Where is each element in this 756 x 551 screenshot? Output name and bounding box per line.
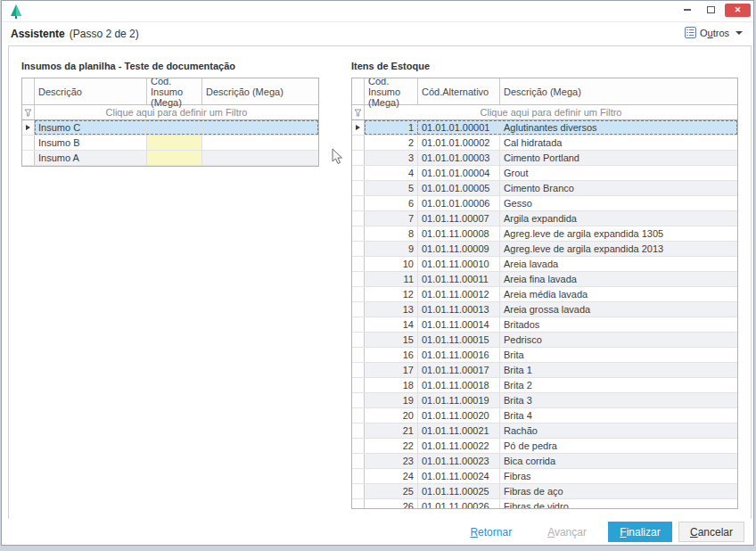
row-selector-cell[interactable] xyxy=(352,469,365,483)
right-grid-filter-row[interactable]: Clique aqui para definir um Filtro xyxy=(352,105,737,120)
cell-cod-alternativo[interactable]: 01.01.11.00018 xyxy=(418,378,500,392)
column-header-cod-insumo-mega[interactable]: Cód. Insumo (Mega) xyxy=(365,78,418,104)
cell-cod-alternativo[interactable]: 01.01.11.00023 xyxy=(418,454,500,468)
table-row[interactable]: 1801.01.11.00018Brita 2 xyxy=(352,378,737,393)
cell-cod-alternativo[interactable]: 01.01.11.00013 xyxy=(418,302,500,317)
table-row[interactable]: 2101.01.11.00021Rachão xyxy=(352,424,737,439)
table-row[interactable]: Insumo B xyxy=(22,136,318,151)
row-indicator-cell[interactable] xyxy=(352,120,365,135)
cell-cod-alternativo[interactable]: 01.01.11.00025 xyxy=(418,484,500,498)
cell-descricao[interactable]: Insumo A xyxy=(35,151,147,165)
retornar-button[interactable]: Retornar xyxy=(470,526,512,539)
cell-cod-insumo-mega[interactable] xyxy=(147,136,202,150)
left-filter-prompt[interactable]: Clique aqui para definir um Filtro xyxy=(35,107,318,118)
row-indicator-cell[interactable] xyxy=(22,120,35,135)
column-header-cod-insumo-mega[interactable]: Cód. Insumo (Mega) xyxy=(147,78,202,104)
table-row[interactable]: 101.01.01.00001Aglutinantes diversos xyxy=(352,120,737,136)
cell-descricao-mega[interactable]: Gesso xyxy=(500,196,737,210)
cell-cod-alternativo[interactable]: 01.01.11.00021 xyxy=(418,424,500,438)
cell-cod-alternativo[interactable]: 01.01.01.00003 xyxy=(418,151,500,165)
table-row[interactable]: 2201.01.11.00022Pó de pedra xyxy=(352,439,737,454)
row-selector-cell[interactable] xyxy=(352,257,365,271)
cell-cod-alternativo[interactable]: 01.01.01.00005 xyxy=(418,181,500,195)
cell-cod-insumo-mega[interactable]: 12 xyxy=(365,287,418,301)
cell-cod-insumo-mega[interactable] xyxy=(147,151,202,165)
row-selector-cell[interactable] xyxy=(352,408,365,423)
cell-cod-alternativo[interactable]: 01.01.01.00002 xyxy=(418,136,500,150)
insumos-planilha-grid[interactable]: Descrição Cód. Insumo (Mega) Descrição (… xyxy=(21,78,319,167)
row-selector-cell[interactable] xyxy=(352,287,365,301)
cell-cod-insumo-mega[interactable]: 11 xyxy=(365,272,418,286)
cell-cod-alternativo[interactable]: 01.01.11.00020 xyxy=(418,408,500,423)
cell-cod-alternativo[interactable]: 01.01.11.00016 xyxy=(418,348,500,362)
cell-descricao-mega[interactable]: Fibras de aço xyxy=(500,484,737,498)
cell-cod-insumo-mega[interactable]: 18 xyxy=(365,378,418,392)
table-row[interactable]: Insumo C xyxy=(22,120,318,136)
cell-cod-alternativo[interactable]: 01.01.11.00022 xyxy=(418,439,500,453)
cell-cod-insumo-mega[interactable]: 24 xyxy=(365,469,418,483)
cell-cod-alternativo[interactable]: 01.01.01.00001 xyxy=(418,120,500,135)
avancar-button[interactable]: Avançar xyxy=(547,526,587,539)
cell-cod-alternativo[interactable]: 01.01.11.00011 xyxy=(418,272,500,286)
row-selector-cell[interactable] xyxy=(352,166,365,180)
close-button[interactable]: ✕ xyxy=(725,4,751,17)
table-row[interactable]: 1301.01.11.00013Areia grossa lavada xyxy=(352,302,737,317)
cell-descricao-mega[interactable]: Pó de pedra xyxy=(500,439,737,453)
column-header-descricao[interactable]: Descrição xyxy=(35,78,147,104)
cell-descricao-mega[interactable] xyxy=(202,151,318,165)
row-selector-cell[interactable] xyxy=(352,242,365,256)
cell-descricao[interactable]: Insumo C xyxy=(35,120,147,135)
cell-cod-alternativo[interactable]: 01.01.11.00017 xyxy=(418,363,500,377)
row-selector-cell[interactable] xyxy=(352,302,365,317)
cell-cod-insumo-mega[interactable]: 10 xyxy=(365,257,418,271)
cell-cod-insumo-mega[interactable]: 3 xyxy=(365,151,418,165)
cell-descricao-mega[interactable]: Cimento Branco xyxy=(500,181,737,195)
cell-descricao-mega[interactable]: Agreg.leve de argila expandida 2013 xyxy=(500,242,737,256)
cell-cod-insumo-mega[interactable]: 9 xyxy=(365,242,418,256)
row-selector-cell[interactable] xyxy=(352,211,365,226)
table-row[interactable]: 2401.01.11.00024Fibras xyxy=(352,469,737,484)
cell-cod-insumo-mega[interactable]: 22 xyxy=(365,439,418,453)
cell-descricao-mega[interactable]: Brita xyxy=(500,348,737,362)
row-selector-cell[interactable] xyxy=(352,363,365,377)
table-row[interactable]: 201.01.01.00002Cal hidratada xyxy=(352,136,737,151)
table-row[interactable]: 2501.01.11.00025Fibras de aço xyxy=(352,484,737,499)
table-row[interactable]: 601.01.01.00006Gesso xyxy=(352,196,737,211)
cell-cod-insumo-mega[interactable]: 20 xyxy=(365,408,418,423)
table-row[interactable]: 1701.01.11.00017Brita 1 xyxy=(352,363,737,378)
cell-cod-alternativo[interactable]: 01.01.11.00026 xyxy=(418,499,500,509)
cell-cod-insumo-mega[interactable]: 25 xyxy=(365,484,418,498)
cell-cod-insumo-mega[interactable]: 13 xyxy=(365,302,418,317)
column-header-descricao-mega[interactable]: Descrição (Mega) xyxy=(500,78,737,104)
table-row[interactable]: 1001.01.11.00010Areia lavada xyxy=(352,257,737,272)
row-selector-cell[interactable] xyxy=(352,136,365,150)
cell-cod-insumo-mega[interactable]: 14 xyxy=(365,317,418,332)
row-selector-cell[interactable] xyxy=(352,317,365,332)
cell-cod-insumo-mega[interactable]: 4 xyxy=(365,166,418,180)
minimize-button[interactable] xyxy=(678,3,696,17)
table-row[interactable]: 1501.01.11.00015Pedrisco xyxy=(352,333,737,348)
table-row[interactable]: 1601.01.11.00016Brita xyxy=(352,348,737,363)
row-selector-cell[interactable] xyxy=(352,196,365,210)
itens-estoque-grid[interactable]: Cód. Insumo (Mega) Cód.Alternativo Descr… xyxy=(351,78,738,509)
row-selector-cell[interactable] xyxy=(352,439,365,453)
cell-cod-alternativo[interactable]: 01.01.11.00007 xyxy=(418,211,500,226)
cell-descricao-mega[interactable]: Brita 3 xyxy=(500,393,737,407)
row-selector-cell[interactable] xyxy=(352,181,365,195)
row-selector-cell[interactable] xyxy=(352,272,365,286)
cell-descricao-mega[interactable] xyxy=(202,120,318,135)
table-row[interactable]: 701.01.11.00007Argila expandida xyxy=(352,211,737,226)
cell-descricao-mega[interactable]: Brita 2 xyxy=(500,378,737,392)
table-row[interactable]: Insumo A xyxy=(22,151,318,166)
table-row[interactable]: 1201.01.11.00012Areia média lavada xyxy=(352,287,737,302)
cell-cod-insumo-mega[interactable]: 8 xyxy=(365,226,418,241)
cell-cod-insumo-mega[interactable]: 17 xyxy=(365,363,418,377)
cell-descricao-mega[interactable]: Cimento Portland xyxy=(500,151,737,165)
maximize-button[interactable] xyxy=(702,3,719,17)
cell-cod-insumo-mega[interactable]: 23 xyxy=(365,454,418,468)
row-selector-cell[interactable] xyxy=(352,393,365,407)
column-header-cod-alternativo[interactable]: Cód.Alternativo xyxy=(418,78,500,104)
cell-cod-insumo-mega[interactable]: 1 xyxy=(365,120,418,135)
cell-descricao-mega[interactable]: Cal hidratada xyxy=(500,136,737,150)
table-row[interactable]: 2601.01.11.00026Fibras de vidro xyxy=(352,499,737,509)
